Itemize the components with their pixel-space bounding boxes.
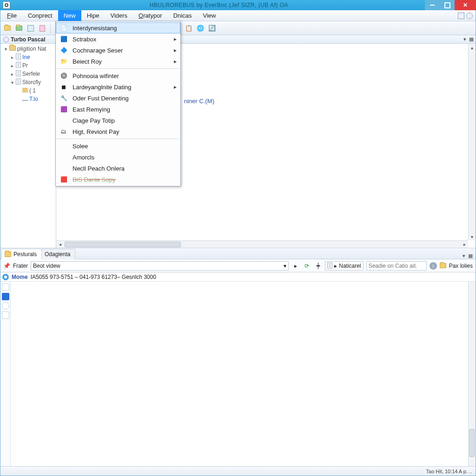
strip-chip-3[interactable]	[2, 302, 9, 310]
right-label: Pax lolies	[449, 263, 473, 269]
results-vscrollbar[interactable]	[468, 282, 476, 466]
tab-pesturals[interactable]: Pesturals	[1, 249, 42, 259]
filter-refresh-icon[interactable]: ⟳	[303, 262, 311, 270]
doc-head-drop-icon[interactable]: ▾	[463, 36, 466, 42]
tree-node-label: ( 1	[29, 87, 36, 94]
menu-item[interactable]: 📄Interdynesistang	[56, 22, 180, 33]
menu-item[interactable]: 🔷Cochnarage Seser	[56, 45, 180, 56]
results-scroll-thumb[interactable]	[469, 429, 475, 457]
menu-item-label: Lardeyanglnite Dating	[73, 84, 131, 91]
menu-item-icon	[60, 153, 68, 161]
tool-open[interactable]	[14, 23, 24, 33]
strip-chip-4[interactable]	[2, 311, 9, 319]
tree-node-icon	[9, 46, 16, 52]
menu-item[interactable]: 🗂Higt, Reviont Pay	[56, 126, 180, 137]
tool-copy-icon[interactable]: 📋	[184, 23, 194, 33]
menu-item[interactable]: Ciage Pay Totip	[56, 115, 180, 126]
search-input[interactable]	[366, 261, 427, 271]
tool-globe-icon[interactable]: 🌐	[195, 23, 205, 33]
filter-combo[interactable]: Beot videw ▾	[31, 261, 289, 271]
filter-add-icon[interactable]: ┿	[314, 262, 322, 270]
tree-node-label: Storcfly	[22, 79, 41, 86]
menu-viders[interactable]: Viders	[105, 10, 133, 21]
menu-conprect[interactable]: Conprect	[22, 10, 58, 21]
menu-item[interactable]: Amorcls	[56, 152, 180, 163]
menubar: File Conprect New Hipe Viders Oratypor D…	[0, 10, 476, 21]
strip-chip-2[interactable]	[2, 293, 9, 300]
tree-node[interactable]: ▾pligition Nat	[1, 45, 56, 53]
tabs-drop-icon[interactable]: ▾	[463, 253, 465, 259]
menu-item-label: Oder Fust Denenting	[73, 95, 129, 102]
tree-arrow-icon: ▸	[10, 55, 14, 60]
menu-new[interactable]: New	[58, 10, 81, 21]
result-row[interactable]: Mome IA5055 973-5751 – 041-973 61273– Ge…	[0, 272, 476, 282]
menu-oratypor[interactable]: Oratypor	[133, 10, 168, 21]
menubar-tray	[458, 10, 475, 21]
chevron-down-icon: ▾	[284, 263, 286, 269]
menu-item[interactable]: 🟥BIS Dante Sopy	[56, 174, 180, 185]
filter-next-icon[interactable]: ▸	[291, 262, 300, 270]
tool-box[interactable]	[26, 23, 36, 33]
mode-combo[interactable]: ▸ Naticarel	[325, 261, 363, 271]
maximize-button[interactable]	[440, 0, 455, 10]
mode-label: Naticarel	[339, 263, 361, 269]
pin-icon[interactable]: 📌	[3, 263, 10, 269]
tree-node[interactable]: T.lo	[1, 95, 56, 103]
menu-item-label: Interdynesistang	[73, 25, 117, 32]
menu-item-label: Solee	[73, 143, 88, 150]
close-button[interactable]	[455, 0, 476, 10]
menu-item[interactable]: Solee	[56, 140, 180, 152]
menu-item-icon: 🟪	[60, 105, 68, 113]
folder-icon[interactable]	[440, 263, 446, 268]
menu-item[interactable]: 🟦Sctrabox	[56, 33, 180, 45]
menu-item[interactable]: 🔧Oder Fust Denenting	[56, 93, 180, 104]
app-chrome: File Conprect New Hipe Viders Oratypor D…	[0, 10, 476, 476]
tool-clip[interactable]	[37, 23, 47, 33]
document-snippet: niner C.(M)	[184, 98, 214, 105]
tray-icon-1[interactable]	[458, 13, 464, 19]
tree-arrow-icon: ▾	[3, 46, 8, 52]
menu-item-label: Ciage Pay Totip	[73, 117, 115, 124]
bottom-tabs: Pesturals Odagienta ▾ ▦	[0, 248, 476, 259]
tree-node[interactable]: ( 1	[1, 86, 56, 95]
doc-vscrollbar[interactable]: ▴ ▾	[468, 44, 476, 240]
tabs-grid-icon[interactable]: ▦	[468, 253, 473, 259]
menu-dnicas[interactable]: Dnicas	[168, 10, 198, 21]
menu-view[interactable]: View	[197, 10, 221, 21]
doc-hscrollbar[interactable]: ◂ ▸	[56, 240, 468, 248]
tree-node[interactable]: ▸Serfele	[1, 70, 56, 78]
file-icon	[327, 263, 332, 269]
strip-chip-1[interactable]	[2, 284, 9, 291]
menu-item[interactable]: 📁Beiect Roy	[56, 56, 180, 67]
menu-item[interactable]: ◼Lardeyanglnite Dating	[56, 81, 180, 93]
menu-item[interactable]: Necll Peach Onlera	[56, 163, 180, 174]
info-icon[interactable]: i	[430, 262, 437, 270]
menu-item-icon	[60, 164, 68, 172]
menu-item[interactable]: 🔘Pohnooia wifinter	[56, 70, 180, 81]
tree-arrow-icon: ▸	[10, 63, 14, 68]
sidebar: Turbo Pascal ▾pligition Nat▸Ine▸Pr▸Serfe…	[0, 35, 56, 248]
menu-file[interactable]: File	[1, 10, 22, 21]
tab-label: Odagienta	[45, 251, 70, 258]
scroll-right-icon[interactable]: ▸	[461, 242, 468, 247]
menu-hipe[interactable]: Hipe	[81, 10, 105, 21]
scroll-down-icon[interactable]: ▾	[469, 233, 476, 240]
tab-odagienta[interactable]: Odagienta	[41, 249, 75, 259]
project-tree[interactable]: ▾pligition Nat▸Ine▸Pr▸Serfele▾Storcfly( …	[0, 44, 56, 248]
scroll-up-icon[interactable]: ▴	[469, 44, 476, 51]
tray-icon-2[interactable]	[466, 13, 473, 19]
minimize-button[interactable]	[425, 0, 440, 10]
window-buttons	[425, 0, 476, 10]
tree-node[interactable]: ▸Pr	[1, 61, 56, 70]
tree-node[interactable]: ▸Ine	[1, 53, 56, 61]
scroll-left-icon[interactable]: ◂	[56, 242, 64, 247]
tool-new-folder[interactable]	[2, 23, 13, 33]
row-value: IA5055 973-5751 – 041-973 61273– Gesnlch…	[31, 274, 156, 280]
hscroll-thumb[interactable]	[65, 242, 181, 247]
tree-node[interactable]: ▾Storcfly	[1, 78, 56, 86]
tool-refresh-icon[interactable]: 🔄	[207, 23, 217, 33]
doc-head-grid-icon[interactable]: ▦	[469, 36, 474, 42]
menu-item[interactable]: 🟪East Remying	[56, 104, 180, 115]
tab-label: Pesturals	[13, 251, 37, 258]
menu-item-label: Beiect Roy	[73, 58, 102, 65]
